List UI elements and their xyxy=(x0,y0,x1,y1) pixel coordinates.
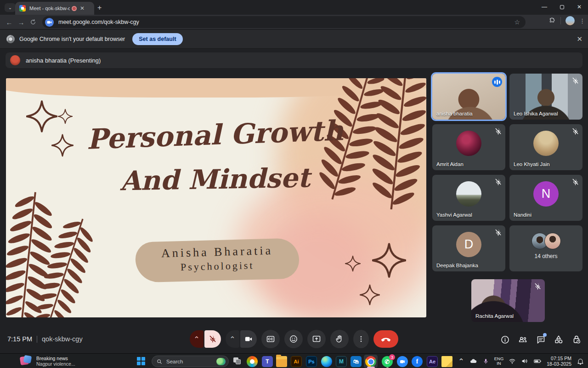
end-call-button[interactable] xyxy=(373,330,398,348)
meet-control-bar: 7:15 PM qok-skbw-cgy ⌃ ⌃ xyxy=(0,324,588,353)
participant-tile-overflow[interactable]: 14 others xyxy=(509,225,582,271)
forward-button[interactable]: → xyxy=(16,17,27,28)
chat-panel-button[interactable] xyxy=(536,334,546,345)
meeting-details-button[interactable] xyxy=(500,334,510,345)
widgets-button[interactable]: Breaking news Nagpur violence... xyxy=(20,355,75,367)
taskbar-search[interactable]: Search xyxy=(152,356,229,367)
activities-button[interactable] xyxy=(554,334,564,345)
minimize-button[interactable]: — xyxy=(536,0,553,14)
camera-options-chevron[interactable]: ⌃ xyxy=(226,330,239,348)
onedrive-icon[interactable] xyxy=(469,357,477,365)
call-controls: ⌃ ⌃ xyxy=(190,330,398,348)
tray-time: 07:15 PM xyxy=(547,356,571,361)
system-tray: ⌃ ENG IN 07:15 PM 18-03-2025 xyxy=(458,354,584,368)
participant-tile-nandini[interactable]: N Nandini xyxy=(509,175,582,221)
address-bar[interactable]: meet.google.com/qok-skbw-cgy ☆ xyxy=(42,16,526,28)
participant-tile-rachita[interactable]: Rachita Agarwal xyxy=(471,279,545,322)
reload-button[interactable] xyxy=(28,17,39,28)
widgets-icon xyxy=(20,355,32,367)
presentation-slide: Personal Growth And Mindset Anisha Bhara… xyxy=(6,78,426,317)
mic-options-chevron[interactable]: ⌃ xyxy=(190,330,204,348)
participant-name: Leo Ishika Agarwal xyxy=(514,111,558,116)
volume-icon[interactable] xyxy=(521,357,528,365)
participant-tile-khyati[interactable]: Leo Khyati Jain xyxy=(509,124,582,170)
participant-tile-yashvi[interactable]: Yashvi Agarwal xyxy=(432,175,505,221)
zoom-icon[interactable] xyxy=(397,356,408,367)
present-screen-button[interactable] xyxy=(307,330,326,348)
mic-muted-icon xyxy=(534,282,542,290)
avatar xyxy=(544,233,561,249)
restore-button[interactable] xyxy=(553,0,571,14)
bookmark-star-icon[interactable]: ☆ xyxy=(514,18,520,26)
chrome-icon[interactable] xyxy=(365,356,376,367)
tab-close-icon[interactable]: ✕ xyxy=(80,5,85,12)
slide-title-line1: Personal Growth xyxy=(33,112,397,157)
tray-date: 18-03-2025 xyxy=(547,361,571,367)
copilot-icon[interactable] xyxy=(247,356,258,367)
hidden-icons-chevron[interactable]: ⌃ xyxy=(458,357,464,366)
host-controls-button[interactable] xyxy=(571,334,582,345)
participant-name: Amrit Aidan xyxy=(436,161,464,167)
illustrator-icon[interactable]: Ai xyxy=(291,356,302,367)
browser-menu-icon[interactable]: ⋮ xyxy=(579,17,585,24)
avatar xyxy=(456,131,481,156)
wifi-icon[interactable] xyxy=(509,357,516,365)
more-options-button[interactable] xyxy=(353,330,369,348)
widget-headline: Breaking news xyxy=(36,356,75,361)
microsoft-store-icon[interactable]: 🛍 xyxy=(351,356,362,367)
back-button[interactable]: ← xyxy=(4,17,15,28)
language-indicator[interactable]: ENG IN xyxy=(494,356,504,366)
browser-tab[interactable]: Meet - qok-skbw-cgy ✕ xyxy=(15,2,94,15)
tab-search-button[interactable]: ⌄ xyxy=(5,3,16,12)
teams-icon[interactable]: T xyxy=(262,356,273,367)
task-view-button[interactable] xyxy=(233,357,241,364)
mic-in-use-icon[interactable] xyxy=(482,358,489,365)
banner-close-icon[interactable]: ✕ xyxy=(577,35,582,43)
after-effects-icon[interactable]: Ae xyxy=(427,356,438,367)
sticky-notes-icon[interactable] xyxy=(441,356,452,367)
desktop: ⌄ Meet - qok-skbw-cgy ✕ + — ✕ ← → meet.g… xyxy=(0,0,588,368)
new-tab-button[interactable]: + xyxy=(97,4,102,12)
photoshop-icon[interactable]: Ps xyxy=(306,356,317,367)
avatar-letter: N xyxy=(533,181,559,207)
overflow-count-label: 14 others xyxy=(509,253,582,259)
divider xyxy=(37,336,37,343)
set-as-default-button[interactable]: Set as default xyxy=(132,33,182,45)
participant-name: Yashvi Agarwal xyxy=(436,212,472,218)
start-button[interactable] xyxy=(137,357,145,365)
url-text: meet.google.com/qok-skbw-cgy xyxy=(58,19,514,25)
chat-notification-dot xyxy=(543,333,547,337)
participant-tile-ishika[interactable]: Leo Ishika Agarwal xyxy=(509,74,582,120)
mic-muted-icon xyxy=(571,77,579,85)
search-placeholder: Search xyxy=(166,359,216,364)
battery-icon[interactable] xyxy=(533,357,542,365)
maya-icon[interactable]: M xyxy=(336,356,347,367)
close-button[interactable]: ✕ xyxy=(571,0,588,14)
facebook-icon[interactable]: f xyxy=(412,356,423,367)
camera-toggle-button[interactable] xyxy=(240,330,257,348)
mic-muted-icon xyxy=(571,178,579,186)
toolbar-right: ⋮ xyxy=(548,16,585,25)
reactions-button[interactable] xyxy=(284,330,303,348)
sparkle-decoration xyxy=(360,281,380,309)
edge-icon[interactable] xyxy=(321,356,332,367)
participant-tile-anisha[interactable]: anisha bharatia xyxy=(432,74,505,120)
participant-name: Nandini xyxy=(514,212,531,218)
meeting-code: qok-skbw-cgy xyxy=(42,335,83,343)
raise-hand-button[interactable] xyxy=(330,330,349,348)
clock[interactable]: 07:15 PM 18-03-2025 xyxy=(547,356,571,367)
participant-tile-deepak[interactable]: D Deepak Bhajanka xyxy=(432,225,505,271)
extensions-icon[interactable] xyxy=(548,17,556,25)
profile-avatar[interactable] xyxy=(565,16,575,25)
camera-in-use-indicator[interactable] xyxy=(45,18,54,27)
notification-bell-icon[interactable] xyxy=(577,357,584,365)
people-panel-button[interactable] xyxy=(518,334,528,345)
participant-name: anisha bharatia xyxy=(436,111,473,116)
mic-toggle-button[interactable] xyxy=(204,330,221,348)
participant-name: Deepak Bhajanka xyxy=(436,263,478,268)
participant-tile-amrit[interactable]: Amrit Aidan xyxy=(432,124,505,170)
presenting-banner: anisha bharatia (Presenting) xyxy=(6,52,582,68)
file-explorer-icon[interactable] xyxy=(276,356,287,367)
mic-muted-icon xyxy=(494,127,502,135)
captions-button[interactable] xyxy=(261,330,280,348)
